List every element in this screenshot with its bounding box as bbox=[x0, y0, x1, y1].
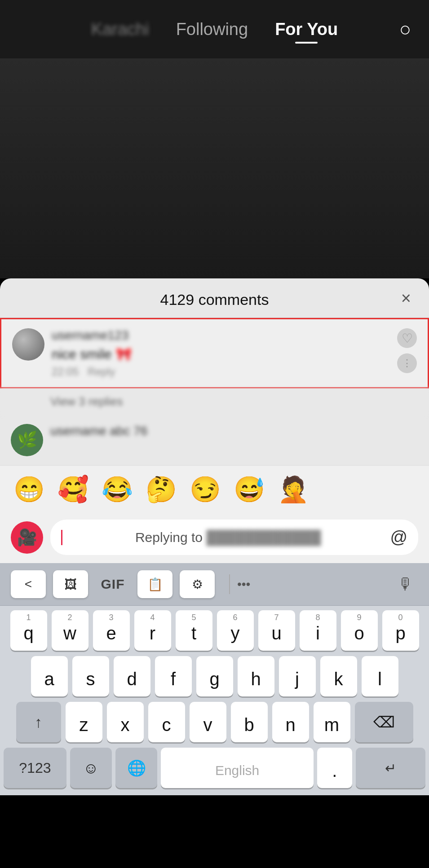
period-key[interactable]: . bbox=[317, 748, 352, 788]
more-icon[interactable]: ⋮ bbox=[397, 353, 417, 373]
comment-time: 22:05 bbox=[52, 366, 79, 378]
key-p[interactable]: 0p bbox=[382, 610, 419, 651]
return-key[interactable]: ↵ bbox=[356, 748, 425, 788]
key-f[interactable]: f bbox=[155, 656, 192, 696]
back-arrow-icon: < bbox=[25, 577, 32, 591]
emoji-5[interactable]: 😅 bbox=[234, 475, 265, 504]
key-z[interactable]: z bbox=[66, 702, 102, 742]
comment-username: username123 bbox=[52, 328, 390, 343]
view-replies[interactable]: View 3 replies bbox=[0, 388, 429, 415]
key-j[interactable]: j bbox=[279, 656, 316, 696]
video-icon: 🎥 bbox=[17, 528, 37, 547]
globe-key[interactable]: 🌐 bbox=[115, 748, 157, 788]
space-key[interactable]: English bbox=[161, 748, 314, 788]
key-l[interactable]: l bbox=[362, 656, 398, 696]
key-rows: 1q 2w 3e 4r 5t 6y 7u 8i 9o 0p a s d f g … bbox=[0, 606, 429, 795]
gear-icon: ⚙ bbox=[192, 577, 203, 592]
emoji-2[interactable]: 😂 bbox=[102, 475, 133, 504]
top-navigation: Karachi Following For You ○ bbox=[0, 0, 429, 58]
tab-following[interactable]: Following bbox=[176, 20, 248, 39]
comments-count: 4129 comments bbox=[160, 291, 269, 308]
reply-placeholder: Replying to ████████████ bbox=[135, 530, 321, 545]
second-username: username abc 76 bbox=[50, 424, 418, 438]
key-u[interactable]: 7u bbox=[258, 610, 295, 651]
clipboard-button[interactable]: 📋 bbox=[137, 570, 172, 598]
emoji-row: 😁 🥰 😂 🤔 😏 😅 🤦 bbox=[0, 465, 429, 513]
key-h[interactable]: h bbox=[238, 656, 274, 696]
dots-icon: ••• bbox=[237, 577, 250, 591]
avatar2: 🌿 bbox=[11, 424, 43, 456]
comment-text: nice smile 🎀 bbox=[52, 346, 390, 362]
delete-key[interactable]: ⌫ bbox=[355, 702, 413, 742]
more-options-button[interactable]: ••• bbox=[237, 577, 250, 591]
emoji-key[interactable]: ☺ bbox=[70, 748, 112, 788]
shift-key[interactable]: ↑ bbox=[16, 702, 61, 742]
reply-input-row: 🎥 Replying to ████████████ @ bbox=[0, 513, 429, 563]
key-m[interactable]: m bbox=[314, 702, 350, 742]
key-w[interactable]: 2w bbox=[52, 610, 88, 651]
key-c[interactable]: c bbox=[148, 702, 185, 742]
emoji-0[interactable]: 😁 bbox=[13, 475, 45, 504]
numbers-key[interactable]: ?123 bbox=[4, 748, 66, 788]
sticker-icon: 🖼 bbox=[64, 577, 77, 592]
key-b[interactable]: b bbox=[231, 702, 268, 742]
key-n[interactable]: n bbox=[272, 702, 309, 742]
key-row-bottom: ?123 ☺ 🌐 English . ↵ bbox=[4, 748, 425, 788]
keyboard-back-button[interactable]: < bbox=[11, 570, 46, 598]
key-x[interactable]: x bbox=[107, 702, 144, 742]
keyboard: < 🖼 GIF 📋 ⚙ ••• 🎙 bbox=[0, 563, 429, 795]
reply-cursor bbox=[61, 530, 62, 545]
comment-reply-label[interactable]: Reply bbox=[88, 366, 115, 378]
emoji-1[interactable]: 🥰 bbox=[57, 475, 89, 504]
comments-header: 4129 comments × bbox=[0, 278, 429, 318]
tab-for-you[interactable]: For You bbox=[275, 20, 338, 39]
keyboard-toolbar: < 🖼 GIF 📋 ⚙ ••• 🎙 bbox=[0, 563, 429, 606]
clipboard-icon: 📋 bbox=[147, 577, 163, 592]
key-e[interactable]: 3e bbox=[93, 610, 130, 651]
key-g[interactable]: g bbox=[196, 656, 233, 696]
avatar bbox=[12, 328, 44, 361]
key-k[interactable]: k bbox=[320, 656, 357, 696]
comment-actions: ♡ ⋮ bbox=[397, 328, 417, 373]
key-i[interactable]: 8i bbox=[300, 610, 336, 651]
emoji-3[interactable]: 🤔 bbox=[146, 475, 177, 504]
close-button[interactable]: × bbox=[401, 288, 411, 308]
second-comment: 🌿 username abc 76 bbox=[0, 415, 429, 465]
settings-button[interactable]: ⚙ bbox=[180, 570, 215, 598]
like-button[interactable]: ♡ bbox=[397, 328, 417, 348]
reply-input-field[interactable]: Replying to ████████████ @ bbox=[50, 520, 418, 555]
video-record-button[interactable]: 🎥 bbox=[11, 521, 43, 554]
comment-meta: 22:05 Reply bbox=[52, 366, 390, 378]
key-s[interactable]: s bbox=[72, 656, 109, 696]
heart-icon: ♡ bbox=[397, 328, 417, 348]
key-row-3: ↑ z x c v b n m ⌫ bbox=[4, 702, 425, 742]
comments-panel: 4129 comments × username123 nice smile 🎀… bbox=[0, 278, 429, 795]
key-a[interactable]: a bbox=[31, 656, 68, 696]
mic-button[interactable]: 🎙 bbox=[393, 572, 418, 597]
tab-karachi[interactable]: Karachi bbox=[91, 20, 149, 39]
key-r[interactable]: 4r bbox=[134, 610, 171, 651]
key-d[interactable]: d bbox=[114, 656, 150, 696]
microphone-icon: 🎙 bbox=[398, 575, 414, 594]
at-mention-icon[interactable]: @ bbox=[390, 528, 407, 547]
key-row-2: a s d f g h j k l bbox=[4, 656, 425, 696]
emoji-4[interactable]: 😏 bbox=[190, 475, 221, 504]
key-row-1: 1q 2w 3e 4r 5t 6y 7u 8i 9o 0p bbox=[4, 610, 425, 651]
sticker-button[interactable]: 🖼 bbox=[53, 570, 88, 598]
second-comment-content: username abc 76 bbox=[50, 424, 418, 438]
highlighted-comment: username123 nice smile 🎀 22:05 Reply ♡ ⋮ bbox=[0, 318, 429, 388]
search-icon[interactable]: ○ bbox=[399, 18, 411, 40]
key-y[interactable]: 6y bbox=[217, 610, 254, 651]
key-v[interactable]: v bbox=[190, 702, 226, 742]
emoji-6[interactable]: 🤦 bbox=[278, 475, 309, 504]
gif-label: GIF bbox=[101, 577, 125, 592]
video-area bbox=[0, 58, 429, 278]
gif-button[interactable]: GIF bbox=[95, 570, 130, 598]
comment-content: username123 nice smile 🎀 22:05 Reply bbox=[52, 328, 390, 378]
key-q[interactable]: 1q bbox=[10, 610, 47, 651]
key-t[interactable]: 5t bbox=[176, 610, 212, 651]
toolbar-separator bbox=[229, 574, 230, 594]
key-o[interactable]: 9o bbox=[341, 610, 378, 651]
